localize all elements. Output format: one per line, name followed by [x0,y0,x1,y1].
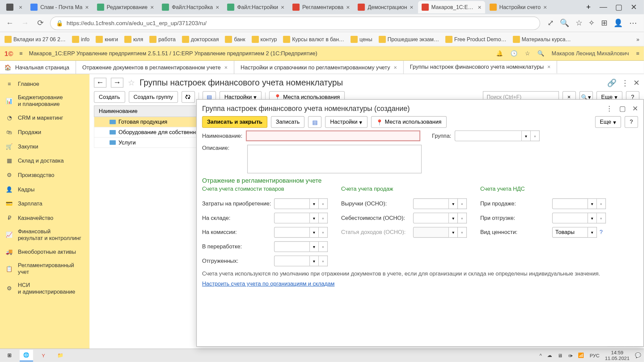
new-tab-button[interactable]: + [583,3,594,12]
page-close-icon[interactable]: ✕ [633,78,640,87]
config-link[interactable]: Настроить счета учета по организациям и … [202,281,335,287]
account-combo[interactable]: ▾▫ [552,198,606,209]
account-combo[interactable]: ▾▫ [413,227,467,238]
modal-usage-button[interactable]: 📍 Места использования [371,116,446,128]
sidebar-item[interactable]: ⚙НСИ и администрирование [0,279,90,299]
browser-tab[interactable]: × [3,1,26,13]
modal-settings-button[interactable]: Настройки ▾ [325,116,368,128]
browser-tab[interactable]: Файл:Настройки× [224,1,288,13]
bookmark[interactable]: контур [252,36,277,43]
account-combo[interactable]: ▾ [552,227,597,238]
bookmark[interactable]: докторская [182,36,219,43]
forward-button[interactable]: → [20,18,31,28]
open-icon[interactable]: ▫ [531,130,540,141]
bell-icon[interactable]: 🔔 [496,50,503,57]
page-star-icon[interactable]: ☆ [128,78,135,87]
bookmark[interactable]: Материалы курса… [513,36,571,43]
desc-input[interactable] [247,145,422,173]
zoom-icon[interactable]: 🔍 [560,18,569,28]
sidebar-item[interactable]: 👤Кадры [0,182,90,197]
refresh-icon[interactable]: 🗘 [181,91,195,103]
account-combo[interactable]: ▾▫ [274,255,328,266]
modal-list-icon[interactable]: ▤ [308,116,322,128]
browser-tab[interactable]: Спам - Почта Ма× [27,1,92,13]
collections-icon[interactable]: ✧ [588,18,595,28]
display-icon[interactable]: 🖥 [557,353,562,358]
modal-more-button[interactable]: Еще ▾ [595,116,621,128]
explorer-icon[interactable]: 📁 [54,350,67,361]
browser-tab[interactable]: Демонстрацион× [354,1,417,13]
sidebar-item[interactable]: ◔CRM и маркетинг [0,111,90,125]
history-icon[interactable]: 🕓 [511,50,518,57]
bookmark[interactable]: цены [351,36,372,43]
sidebar-item[interactable]: ⚙Производство [0,168,90,182]
browser-tab[interactable]: Настройки счето× [486,1,550,13]
bookmark[interactable]: Курсы валют в бан… [283,36,344,43]
bookmarks-overflow[interactable]: » [636,36,639,42]
save-button[interactable]: Записать [271,116,305,128]
profile-icon[interactable]: 👤 [613,18,623,28]
bookmark[interactable]: Прошедшие экзам… [379,36,439,43]
back-button[interactable]: ← [4,18,15,28]
maximize-icon[interactable]: ▢ [615,2,622,12]
sidebar-item[interactable]: 📊Бюджетирование и планирование [0,91,90,111]
kebab-icon[interactable]: ⋮ [621,78,629,87]
bookmark[interactable]: info [72,36,90,43]
sidebar-item[interactable]: 📋Регламентированный учет [0,259,90,279]
account-combo[interactable]: ▾▫ [274,227,328,238]
bookmark[interactable]: работа [150,36,176,43]
account-combo[interactable]: ▾▫ [274,241,328,252]
account-combo[interactable]: ▾▫ [552,213,606,224]
app-tab[interactable]: 🏠 Начальная страница [0,61,76,74]
bookmark[interactable]: книги [96,36,118,43]
modal-max-icon[interactable]: ▢ [619,104,626,113]
favorite-icon[interactable]: ☆ [576,18,582,28]
extensions-icon[interactable]: ⊞ [601,18,607,28]
browser-tab[interactable]: Файл:Настройка× [158,1,223,13]
star-icon[interactable]: ☆ [525,50,530,57]
translate-icon[interactable]: ⤢ [547,18,554,28]
account-combo[interactable]: ▾▫ [274,213,328,224]
app-menu-icon[interactable]: ≡ [19,50,23,57]
sidebar-item[interactable]: ▦Склад и доставка [0,154,90,168]
app-tab[interactable]: Настройки и справочники по регламентиров… [234,61,404,74]
modal-close-icon[interactable]: ✕ [632,104,638,113]
save-close-button[interactable]: Записать и закрыть [202,116,267,128]
minimize-icon[interactable]: — [600,2,607,12]
sidebar-item[interactable]: 🚚Внеоборотные активы [0,245,90,259]
sidebar-item[interactable]: 🛒Закупки [0,139,90,154]
network-icon[interactable]: 🕪 [568,353,573,358]
app-menu2-icon[interactable]: ≡ [636,50,639,57]
bookmark[interactable]: Free Product Demo… [445,36,506,43]
nav-back-button[interactable]: ← [94,78,106,87]
browser-tab[interactable]: Редактирование× [93,1,157,13]
app-tab[interactable]: Группы настроек финансового учета номенк… [404,61,557,74]
notifications-icon[interactable]: 💬 [635,353,641,358]
menu-icon[interactable]: ⋯ [629,18,637,28]
yandex-icon[interactable]: Y [37,350,50,361]
account-combo[interactable]: ▾▫ [274,198,328,209]
group-combo[interactable]: ▾ ▫ [455,130,540,141]
clock[interactable]: 14:59 11.05.2021 [605,350,629,361]
sidebar-item[interactable]: 🛍Продажи [0,125,90,139]
sidebar-item[interactable]: 💳Зарплата [0,197,90,211]
onedrive-icon[interactable]: ☁ [547,353,552,358]
sidebar-item[interactable]: 📈Финансовый результат и контроллинг [0,225,90,245]
create-button[interactable]: Создать [94,91,125,103]
url-field[interactable]: 🔒 https://edu.1cfresh.com/a/edu_uc1_erp_… [50,16,540,30]
app-tab[interactable]: Отражение документов в регламентированно… [76,61,234,74]
help-icon[interactable]: ? [600,229,603,236]
tray-up-icon[interactable]: ^ [540,353,542,358]
dropdown-icon[interactable]: ▾ [522,130,531,141]
sidebar-item[interactable]: ₽Казначейство [0,211,90,225]
nav-fwd-button[interactable]: → [111,78,123,87]
start-button[interactable]: ⊞ [3,350,16,361]
reload-button[interactable]: ⟳ [35,18,46,28]
bookmark[interactable]: Вкладки из 27 06 2… [4,36,66,43]
edge-icon[interactable]: 🌐 [20,350,33,361]
modal-help-button[interactable]: ? [625,116,638,128]
name-input[interactable] [246,130,420,141]
account-combo[interactable]: ▾▫ [413,213,467,224]
account-combo[interactable]: ▾▫ [413,198,467,209]
wifi-icon[interactable]: 📶 [578,353,584,358]
